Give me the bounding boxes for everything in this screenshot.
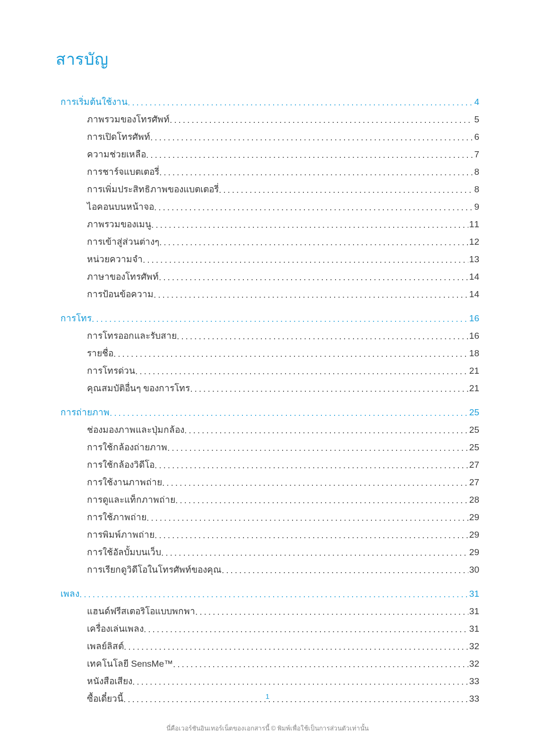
toc-item-label: การดูและแท็กภาพถ่าย xyxy=(56,492,175,507)
page: สารบัญ การเริ่มต้นใช้งาน................… xyxy=(0,0,535,756)
toc-dots: ........................................… xyxy=(159,237,468,248)
toc-heading-label: การเริ่มต้นใช้งาน xyxy=(56,94,128,109)
toc-dots: ........................................… xyxy=(150,132,473,143)
toc-item-page: 30 xyxy=(468,565,479,575)
toc-item[interactable]: รายชื่อ ................................… xyxy=(56,346,479,360)
toc-item[interactable]: ภาษาของโทรศัพท์.........................… xyxy=(56,269,479,284)
toc-item-label: ช่องมองภาพและปุ่มกล้อง xyxy=(56,422,184,437)
toc-item[interactable]: ภาพรวมของโทรศัพท์ ......................… xyxy=(56,112,479,126)
toc-heading-page: 31 xyxy=(468,589,479,599)
toc-item-page: 18 xyxy=(468,348,479,359)
toc-item-page: 25 xyxy=(468,425,479,435)
toc-dots: ........................................… xyxy=(195,607,468,617)
toc-item[interactable]: การเข้าสู่ส่วนต่างๆ.....................… xyxy=(56,234,479,249)
toc-item[interactable]: การเปิดโทรศัพท์.........................… xyxy=(56,129,479,144)
toc-item-label: การพิมพ์ภาพถ่าย xyxy=(56,527,155,541)
toc-item-page: 16 xyxy=(468,331,479,341)
toc-item[interactable]: หนังสือเสียง............................… xyxy=(56,674,479,688)
toc-item-label: ภาพรวมของโทรศัพท์ xyxy=(56,112,170,126)
toc-section-heading[interactable]: เพลง ...................................… xyxy=(56,586,479,601)
toc-item[interactable]: การป้อนข้อความ..........................… xyxy=(56,287,479,301)
toc-dots: ........................................… xyxy=(190,384,468,394)
toc-item[interactable]: การใช้กล้องถ่ายภาพ......................… xyxy=(56,440,479,454)
toc-item-label: การใช้ภาพถ่าย xyxy=(56,510,147,524)
toc-item[interactable]: เทคโนโลยี SensMe™.......................… xyxy=(56,656,479,670)
toc-item-page: 29 xyxy=(468,530,479,540)
toc-item[interactable]: การเรียกดูวิดีโอในโทรศัพท์ของคุณ........… xyxy=(56,562,479,576)
toc-item[interactable]: หน่วยความจำ.............................… xyxy=(56,252,479,266)
toc-item-label: แฮนด์ฟรีสเตอริโอแบบพกพา xyxy=(56,604,195,618)
toc-item[interactable]: การใช้กล้องวิดีโอ.......................… xyxy=(56,457,479,472)
toc-item-page: 29 xyxy=(468,547,479,558)
toc-item-label: ความช่วยเหลือ xyxy=(56,147,146,161)
toc-item[interactable]: การพิมพ์ภาพถ่าย.........................… xyxy=(56,527,479,541)
toc-dots: ........................................… xyxy=(154,290,468,300)
toc-item-page: 7 xyxy=(473,149,479,160)
toc-item-page: 8 xyxy=(473,184,479,195)
toc-item-page: 33 xyxy=(468,676,479,687)
toc-dots: ........................................… xyxy=(167,443,468,453)
section-gap xyxy=(56,304,479,311)
toc-item[interactable]: การโทรด่วน..............................… xyxy=(56,363,479,378)
toc-heading-label: เพลง xyxy=(56,586,79,601)
toc-dots: ........................................… xyxy=(151,220,468,230)
toc-section-heading[interactable]: การโทร..................................… xyxy=(56,311,479,325)
toc-dots: ........................................… xyxy=(162,478,468,488)
toc-dots: ........................................… xyxy=(155,460,468,471)
toc-item-label: การโทรออกและรับสาย xyxy=(56,328,177,343)
toc-item-page: 25 xyxy=(468,442,479,453)
toc-dots: ........................................… xyxy=(135,366,468,377)
toc-item[interactable]: การดูและแท็กภาพถ่าย.....................… xyxy=(56,492,479,507)
toc-item-page: 27 xyxy=(468,460,479,470)
toc-dots: ........................................… xyxy=(161,548,468,558)
toc-section-heading[interactable]: การเริ่มต้นใช้งาน.......................… xyxy=(56,94,479,109)
page-number: 1 xyxy=(0,692,535,700)
toc-item[interactable]: คุณสมบัติอื่นๆ ของการโทร................… xyxy=(56,381,479,395)
toc-dots: ........................................… xyxy=(110,408,468,418)
toc-dots: ........................................… xyxy=(132,677,468,687)
section-gap xyxy=(56,709,479,715)
toc-item-page: 14 xyxy=(468,272,479,282)
toc-item[interactable]: การชาร์จแบตเตอรี่.......................… xyxy=(56,164,479,179)
table-of-contents: การเริ่มต้นใช้งาน.......................… xyxy=(56,94,479,715)
toc-section-heading[interactable]: การถ่ายภาพ .............................… xyxy=(56,405,479,419)
toc-item[interactable]: การโทรออกและรับสาย......................… xyxy=(56,328,479,343)
toc-heading-page: 16 xyxy=(468,313,479,324)
toc-dots: ........................................… xyxy=(173,659,468,670)
toc-item[interactable]: ไอคอนบนหน้าจอ...........................… xyxy=(56,199,479,214)
toc-item-page: 31 xyxy=(468,606,479,617)
toc-dots: ........................................… xyxy=(128,97,473,108)
toc-dots: ........................................… xyxy=(147,513,468,523)
toc-item[interactable]: เครื่องเล่นเพลง.........................… xyxy=(56,621,479,636)
toc-item-label: ภาพรวมของเมนู xyxy=(56,217,151,231)
toc-dots: ........................................… xyxy=(155,530,468,541)
toc-dots: ........................................… xyxy=(175,495,468,506)
toc-item-label: การโทรด่วน xyxy=(56,363,135,378)
toc-item[interactable]: แฮนด์ฟรีสเตอริโอแบบพกพา.................… xyxy=(56,604,479,618)
toc-item-page: 8 xyxy=(473,167,479,177)
toc-item-page: 21 xyxy=(468,383,479,394)
toc-item[interactable]: เพลย์ลิสต์..............................… xyxy=(56,639,479,653)
toc-item-label: คุณสมบัติอื่นๆ ของการโทร xyxy=(56,381,190,395)
toc-item[interactable]: ภาพรวมของเมนู...........................… xyxy=(56,217,479,231)
toc-item-page: 27 xyxy=(468,477,479,488)
toc-dots: ........................................… xyxy=(92,314,468,324)
toc-dots: ........................................… xyxy=(113,349,468,359)
toc-item[interactable]: การใช้อัลบั้มบนเว็บ.....................… xyxy=(56,545,479,559)
toc-item-page: 12 xyxy=(468,237,479,247)
toc-item[interactable]: การเพิ่มประสิทธิภาพของแบตเตอรี่.........… xyxy=(56,182,479,196)
toc-item-page: 5 xyxy=(473,114,479,125)
toc-item-label: หนังสือเสียง xyxy=(56,674,132,688)
toc-item-label: เครื่องเล่นเพลง xyxy=(56,621,144,636)
toc-item[interactable]: ช่องมองภาพและปุ่มกล้อง..................… xyxy=(56,422,479,437)
toc-heading-label: การถ่ายภาพ xyxy=(56,405,110,419)
toc-dots: ........................................… xyxy=(177,331,468,342)
section-gap xyxy=(56,580,479,586)
toc-item[interactable]: การใช้งานภาพถ่าย........................… xyxy=(56,475,479,489)
copyright-footer: นี่คือเวอร์ชันอินเทอร์เน็ตของเอกสารนี้ ©… xyxy=(0,723,535,733)
section-gap xyxy=(56,398,479,405)
toc-item-page: 32 xyxy=(468,641,479,652)
toc-item-label: การใช้กล้องถ่ายภาพ xyxy=(56,440,167,454)
toc-item[interactable]: ความช่วยเหลือ...........................… xyxy=(56,147,479,161)
toc-item[interactable]: การใช้ภาพถ่าย...........................… xyxy=(56,510,479,524)
